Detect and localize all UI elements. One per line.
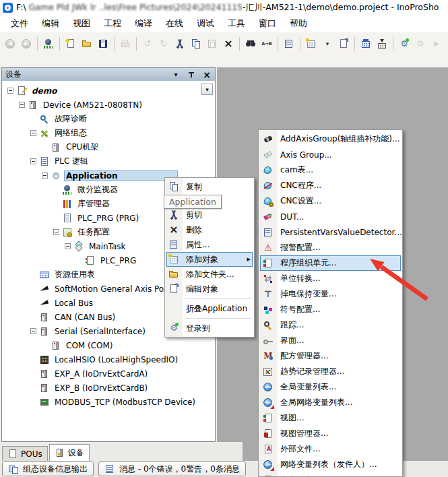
submenu-item-cam[interactable]: cam表... <box>260 162 401 178</box>
submenu-item-item-22[interactable]: 文本列表... <box>260 472 401 477</box>
tab-tab-1[interactable]: 设备 <box>49 444 90 461</box>
context-menu-item-item-7[interactable]: 编辑对象 <box>166 282 253 296</box>
context-menu-item-item-6[interactable]: 添加文件夹... <box>166 267 253 282</box>
download-button[interactable] <box>375 36 389 51</box>
expander-minus-icon[interactable] <box>53 229 59 235</box>
submenu-item-item-10[interactable]: 掉电保持变量... <box>260 286 401 302</box>
copy-button[interactable] <box>189 36 203 51</box>
watch-monitor-button[interactable] <box>41 36 56 51</box>
toolbar-separator <box>278 37 278 51</box>
context-menu-item-item-2[interactable]: 剪切 <box>166 208 253 222</box>
nav-back-button[interactable] <box>3 36 18 51</box>
cut-icon <box>174 38 185 49</box>
submenu-arrow-icon <box>245 254 251 265</box>
context-menu-item-item-3[interactable]: 删除 <box>166 222 253 237</box>
status-button-0-0-0[interactable]: 消息 - 0个错误，0警告，0条消息 <box>98 462 246 476</box>
undo-icon <box>142 38 153 49</box>
context-menu-item-item-4[interactable]: 属性... <box>166 237 253 252</box>
submenu-item-item-11[interactable]: 符号配置... <box>260 302 401 317</box>
menubar-item-1[interactable]: 文件 <box>4 15 35 32</box>
login-button[interactable] <box>397 36 412 51</box>
submenu-item-item-20[interactable]: 外部文件... <box>260 441 401 457</box>
paste-button <box>205 36 220 51</box>
tree-item-com-com[interactable]: COM (COM) <box>2 338 215 352</box>
tree-item-modbus-tcp-modbustcp-device[interactable]: MODBUS_TCP (ModbusTCP Device) <box>2 395 215 409</box>
panel-menu-caret-icon[interactable] <box>171 70 181 80</box>
submenu-item-cnc[interactable]: CNC设置... <box>260 193 401 209</box>
submenu-item-item-21[interactable]: 网络变量列表（发件人）... <box>260 457 401 472</box>
tree-item-plc[interactable]: PLC 逻辑 <box>2 154 215 168</box>
edit-object-button[interactable] <box>336 36 351 51</box>
context-menu-item-item-0[interactable]: 复制 <box>166 179 253 194</box>
submenu-item-item-12[interactable]: 跟踪... <box>260 317 401 333</box>
save-button[interactable] <box>96 36 110 51</box>
status-button-btn-0[interactable]: 组态设备信息输出 <box>2 462 94 476</box>
submenu-item-item-9[interactable]: 单位转换... <box>260 271 401 286</box>
build-button[interactable] <box>358 36 373 51</box>
submenu-item-item-14[interactable]: 配方管理器... <box>260 348 401 364</box>
tree-item-demo[interactable]: demo <box>2 84 215 98</box>
submenu-item-item-18[interactable]: 视图... <box>260 410 401 426</box>
tree-item-row-3[interactable]: 网络组态 <box>2 126 215 140</box>
print-button <box>118 36 133 51</box>
expander-minus-icon[interactable] <box>30 158 36 164</box>
find-button[interactable] <box>243 36 258 51</box>
menu-item-label: 配方管理器... <box>280 350 328 362</box>
submenu-item-addaxisgroup[interactable]: AddAxisGroup(轴组插补功能)... <box>260 131 401 147</box>
context-menu-item-item-5[interactable]: 添加对象 <box>166 252 253 267</box>
menubar-item-8[interactable]: 工具 <box>221 15 252 32</box>
nav-forward-button[interactable] <box>19 36 34 51</box>
properties-button[interactable] <box>282 36 296 51</box>
expander-minus-icon[interactable] <box>7 88 13 94</box>
expander-minus-icon[interactable] <box>30 130 36 136</box>
tree-item-localhsio-localhighspeedio[interactable]: LocalHSIO (LocalHighSpeedIO) <box>2 352 215 367</box>
submenu-item-item-16[interactable]: 全局变量列表... <box>260 379 401 395</box>
expander-minus-icon[interactable] <box>42 172 48 179</box>
menubar-item-10[interactable]: 帮助 <box>283 15 314 32</box>
submenu-item-item-15[interactable]: 趋势记录管理器... <box>260 364 401 379</box>
logout-button <box>413 36 428 51</box>
tab-pous[interactable]: POUs <box>2 446 48 461</box>
submenu-item-item-13[interactable]: 界面... <box>260 333 401 348</box>
submenu-item-item-8[interactable]: 程序组织单元... <box>260 255 401 271</box>
add-object-button[interactable] <box>304 36 319 51</box>
panel-close-icon[interactable] <box>202 70 212 80</box>
expander-minus-icon[interactable] <box>30 328 36 334</box>
cut-button[interactable] <box>172 36 187 51</box>
menubar-item-2[interactable]: 编辑 <box>35 15 66 32</box>
context-menu-item-application[interactable]: 折叠Application <box>166 301 253 316</box>
submenu-item-persistentvarsvaluedetector[interactable]: PersistentVarsValueDetector... <box>260 224 401 240</box>
menubar-item-6[interactable]: 在线 <box>159 15 190 32</box>
menu-item-label: 趋势记录管理器... <box>280 366 344 377</box>
expander-minus-icon[interactable] <box>19 102 25 108</box>
open-button[interactable] <box>79 36 94 51</box>
open-icon <box>82 38 92 49</box>
menubar-item-3[interactable]: 视图 <box>66 15 97 32</box>
tree-dropdown-button[interactable] <box>201 84 213 95</box>
expander-minus-icon[interactable] <box>65 243 71 249</box>
submenu-item-item-19[interactable]: 视图管理器... <box>260 426 401 441</box>
tree-item-row-2[interactable]: 故障诊断 <box>2 112 215 126</box>
view-icon <box>263 413 274 424</box>
submenu-item-axis-group[interactable]: Axis Group... <box>260 147 401 162</box>
tree-item-exp-a-iodrvextcarda[interactable]: EXP_A (IoDrvExtCardA) <box>2 367 215 381</box>
panel-pin-icon[interactable] <box>187 70 196 80</box>
context-menu-item-item-11[interactable]: 登录到 <box>166 321 253 336</box>
replace-button[interactable] <box>259 36 274 51</box>
submenu-item-cnc[interactable]: CNC程序... <box>260 178 401 193</box>
submenu-item-dut[interactable]: DUT... <box>260 209 401 224</box>
menubar-item-9[interactable]: 窗口 <box>252 15 283 32</box>
menubar-item-5[interactable]: 编译 <box>128 15 159 32</box>
menubar-item-4[interactable]: 工程 <box>97 15 128 32</box>
caret-down-button[interactable] <box>320 36 335 51</box>
tree-item-device-am521-0808tn[interactable]: Device (AM521-0808TN) <box>2 98 215 112</box>
tree-item-label: 资源使用表 <box>53 268 97 281</box>
tree-item-exp-b-iodrvextcardb[interactable]: EXP_B (IoDrvExtCardB) <box>2 381 215 395</box>
new-file-button[interactable] <box>63 36 78 51</box>
submenu-item-item-7[interactable]: 报警配置... <box>260 240 401 255</box>
submenu-item-item-17[interactable]: 全局网络变量列表... <box>260 395 401 410</box>
tree-item-cpu[interactable]: CPU机架 <box>2 140 215 154</box>
menubar-item-7[interactable]: 调试 <box>190 15 221 32</box>
tree-item-label: PLC 逻辑 <box>53 155 90 168</box>
delete-button[interactable] <box>221 36 236 51</box>
